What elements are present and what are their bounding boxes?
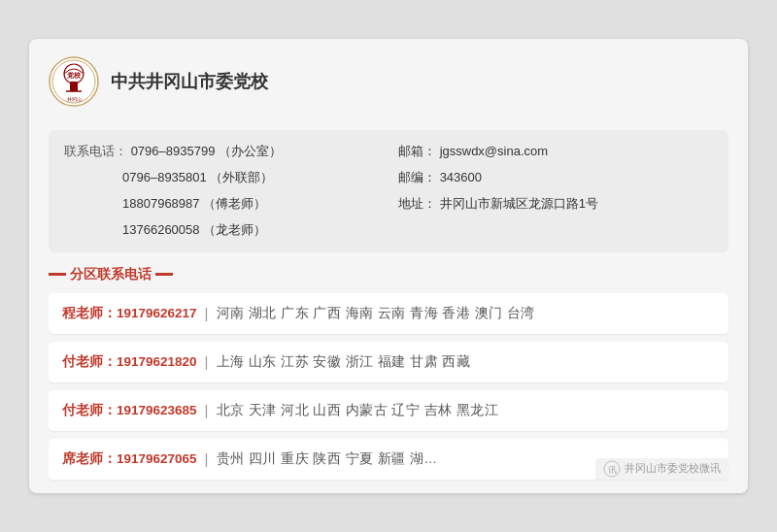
svg-text:党校: 党校 [67,71,82,80]
section-line-left [49,273,66,276]
district-sep-0: | [205,305,209,321]
phone-note-4: （龙老师） [203,222,266,237]
district-phone-2: 19179623685 [117,403,197,417]
phone-number-4: 13766260058 [122,222,200,237]
district-item-3: 席老师： 19179627065 | 贵州 四川 重庆 陕西 宁夏 新疆 湖… … [49,439,728,480]
address-value: 井冈山市新城区龙源口路1号 [440,196,598,211]
address-row: 地址： 井冈山市新城区龙源口路1号 [398,194,713,215]
main-card: 党校 井冈山 中共井冈山市委党校 联系电话： 0796–8935799 （办公室… [29,39,748,492]
district-regions-0: 河南 湖北 广东 广西 海南 云南 青海 香港 澳门 台湾 [217,305,535,322]
district-sep-2: | [205,402,209,418]
district-list: 程老师： 19179626217 | 河南 湖北 广东 广西 海南 云南 青海 … [49,293,728,480]
district-item-0: 程老师： 19179626217 | 河南 湖北 广东 广西 海南 云南 青海 … [49,293,728,334]
district-item-2: 付老师： 19179623685 | 北京 天津 河北 山西 内蒙古 辽宁 吉林… [49,390,728,431]
phone-row-2: 0796–8935801 （外联部） [64,168,379,188]
district-phone-3: 19179627065 [117,451,197,466]
district-regions-1: 上海 山东 江苏 安徽 浙江 福建 甘肃 西藏 [217,353,471,371]
district-sep-1: | [205,353,209,370]
district-teacher-2: 付老师： [62,402,117,419]
address-label: 地址： [398,196,436,211]
section-header: 分区联系电话 [49,266,728,283]
phone-label: 联系电话： [64,144,127,158]
phone-note-3: （傅老师） [203,196,266,211]
district-phone-0: 19179626217 [117,306,197,320]
district-item-1: 付老师： 19179621820 | 上海 山东 江苏 安徽 浙江 福建 甘肃 … [49,342,728,382]
district-phone-1: 19179621820 [117,354,197,369]
email-row: 邮箱： jgsswdx@sina.com [398,142,713,162]
school-name: 中共井冈山市委党校 [111,70,268,93]
svg-text:井冈山: 井冈山 [67,96,82,102]
watermark-text: 井冈山市委党校微讯 [625,461,721,476]
email-label: 邮箱： [398,144,436,158]
contact-left: 联系电话： 0796–8935799 （办公室） 0796–8935801 （外… [64,142,379,240]
contact-grid: 联系电话： 0796–8935799 （办公室） 0796–8935801 （外… [49,130,728,251]
postcode-row: 邮编： 343600 [398,168,713,188]
phone-number-1: 0796–8935799 [131,144,216,158]
watermark-icon: 讯 [603,460,621,478]
email-value: jgsswdx@sina.com [440,144,548,158]
district-teacher-0: 程老师： [62,305,117,322]
school-logo: 党校 井冈山 [49,56,99,107]
phone-row-3: 18807968987 （傅老师） [64,194,379,215]
district-teacher-1: 付老师： [62,353,117,371]
phone-note-1: （办公室） [219,144,282,158]
phone-row-4: 13766260058 （龙老师） [64,220,379,241]
svg-rect-3 [70,82,78,91]
phone-note-2: （外联部） [210,170,273,184]
section-line-right [155,273,173,276]
svg-text:讯: 讯 [608,465,617,475]
contact-right: 邮箱： jgsswdx@sina.com 邮编： 343600 地址： 井冈山市… [398,142,713,240]
district-regions-3: 贵州 四川 重庆 陕西 宁夏 新疆 湖… [217,450,438,468]
phone-number-3: 18807968987 [122,196,200,211]
section-title: 分区联系电话 [70,266,152,283]
district-regions-2: 北京 天津 河北 山西 内蒙古 辽宁 吉林 黑龙江 [217,402,499,419]
phone-row-1: 联系电话： 0796–8935799 （办公室） [64,142,379,162]
phone-number-2: 0796–8935801 [122,170,207,184]
header: 党校 井冈山 中共井冈山市委党校 [49,56,728,116]
postcode-label: 邮编： [398,170,436,184]
district-teacher-3: 席老师： [62,450,117,468]
postcode-value: 343600 [440,170,482,184]
district-sep-3: | [205,450,209,467]
